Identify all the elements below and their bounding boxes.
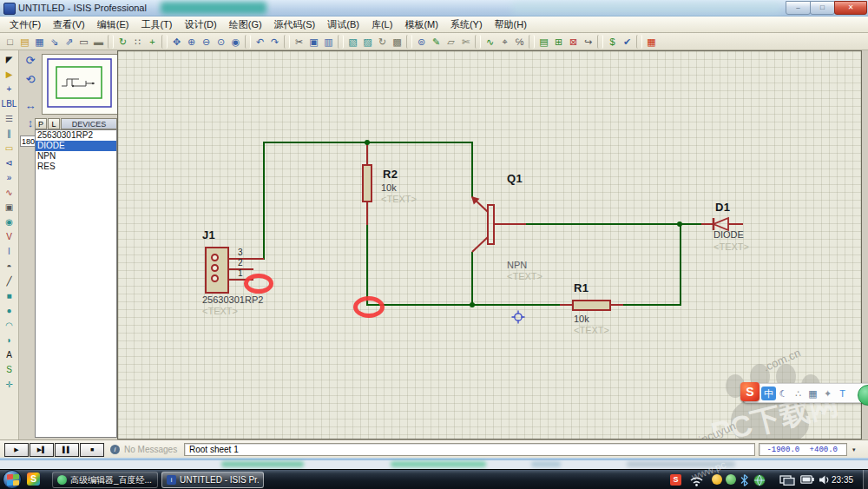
- block-delete-button[interactable]: ▩: [391, 35, 404, 49]
- path-tool-button[interactable]: ◗: [2, 333, 17, 347]
- mark-output-area-button[interactable]: ▬: [92, 35, 105, 49]
- block-copy-button[interactable]: ▧: [346, 35, 359, 49]
- taskbar-task-isis[interactable]: i UNTITLED - ISIS Pr...: [161, 472, 264, 488]
- fuzzy-pinyin-icon[interactable]: ∴: [791, 387, 806, 400]
- separator[interactable]: [161, 35, 168, 49]
- device-pins-mode-button[interactable]: »: [2, 170, 17, 185]
- pan-button[interactable]: ✥: [170, 35, 183, 49]
- copy-button[interactable]: ▣: [307, 35, 320, 49]
- menu-item[interactable]: 绘图(G): [223, 17, 268, 32]
- security-tray-icon[interactable]: [712, 474, 722, 485]
- electrical-check-button[interactable]: ✔: [621, 35, 634, 49]
- pinned-browser-icon[interactable]: S: [27, 472, 40, 486]
- wire[interactable]: [471, 252, 473, 306]
- bill-of-materials-button[interactable]: $: [606, 35, 619, 49]
- pause-button[interactable]: ▌▌: [55, 443, 79, 457]
- menu-item[interactable]: 设计(D): [178, 17, 222, 32]
- design-explorer-button[interactable]: ▤: [537, 35, 550, 49]
- wire[interactable]: [366, 223, 368, 306]
- netlist-to-ares-button[interactable]: ▦: [645, 35, 658, 49]
- wire[interactable]: [524, 223, 701, 225]
- menu-item[interactable]: 文件(F): [3, 17, 47, 32]
- arc-tool-button[interactable]: ◠: [2, 318, 17, 333]
- voltage-probe-mode-button[interactable]: V: [2, 229, 17, 244]
- schematic-canvas[interactable]: PC下载网 .com.cn jncuyun: [117, 50, 862, 439]
- selection-mode-button[interactable]: ◤: [2, 52, 17, 67]
- wire-label-mode-button[interactable]: LBL: [2, 96, 17, 111]
- text-tool-button[interactable]: A: [2, 347, 17, 362]
- menu-item[interactable]: 源代码(S): [268, 17, 322, 32]
- zoom-in-button[interactable]: ⊕: [185, 35, 198, 49]
- current-probe-mode-button[interactable]: I: [2, 244, 17, 259]
- circle-tool-button[interactable]: ●: [2, 303, 17, 318]
- zoom-area-button[interactable]: ◉: [229, 35, 242, 49]
- separator[interactable]: [284, 35, 290, 49]
- export-section-button[interactable]: ⇗: [62, 35, 76, 49]
- zoom-all-button[interactable]: ⊙: [214, 35, 227, 49]
- new-sheet-button[interactable]: ⊞: [552, 35, 565, 49]
- antivirus-tray-icon[interactable]: [726, 474, 736, 485]
- bluetooth-icon[interactable]: [740, 474, 748, 486]
- mirror-horizontal-icon[interactable]: ↔: [22, 99, 39, 113]
- open-file-button[interactable]: ▤: [18, 35, 31, 49]
- tape-recorder-mode-button[interactable]: ▣: [2, 200, 17, 215]
- component-mode-button[interactable]: ▶: [2, 67, 17, 82]
- packaging-tool-button[interactable]: ▱: [444, 35, 457, 49]
- separator[interactable]: [406, 35, 412, 49]
- separator[interactable]: [245, 35, 251, 49]
- menu-item[interactable]: 调试(B): [321, 17, 365, 32]
- paste-button[interactable]: ▥: [322, 35, 335, 49]
- menu-item[interactable]: 模板(M): [398, 17, 444, 32]
- wire[interactable]: [263, 142, 265, 260]
- cut-button[interactable]: ✂: [293, 35, 306, 49]
- menu-item[interactable]: 库(L): [365, 17, 398, 32]
- device-list-item[interactable]: NPN: [36, 151, 116, 162]
- false-origin-button[interactable]: +: [146, 35, 159, 49]
- pick-parts-button[interactable]: P: [35, 118, 47, 129]
- sogou-logo-icon[interactable]: S: [740, 382, 760, 401]
- property-assignment-button[interactable]: ℅: [513, 35, 526, 49]
- undo-button[interactable]: ↶: [253, 35, 266, 49]
- overview-window[interactable]: [42, 54, 118, 115]
- menu-item[interactable]: 帮助(H): [489, 17, 533, 32]
- wire[interactable]: [366, 304, 681, 306]
- remove-sheet-button[interactable]: ⊠: [567, 35, 580, 49]
- device-list-item[interactable]: 25630301RP2: [36, 130, 116, 141]
- zoom-out-button[interactable]: ⊖: [200, 35, 213, 49]
- menu-item[interactable]: 工具(T): [135, 17, 178, 32]
- network-globe-icon[interactable]: [753, 474, 766, 486]
- pick-device-button[interactable]: ⊚: [415, 35, 428, 49]
- toolbox-icon[interactable]: ✦: [820, 387, 835, 400]
- separator[interactable]: [475, 35, 481, 49]
- wire[interactable]: [471, 142, 473, 197]
- separator[interactable]: [636, 35, 642, 49]
- symbol-tool-button[interactable]: S: [2, 362, 17, 377]
- device-list-item[interactable]: DIODE: [36, 141, 116, 151]
- battery-icon[interactable]: [800, 475, 814, 484]
- taskbar-clock[interactable]: 23:35: [832, 475, 865, 485]
- stop-button[interactable]: ■: [80, 443, 104, 457]
- import-section-button[interactable]: ⇘: [48, 35, 61, 49]
- taskbar-task-baidu[interactable]: 高级编辑器_百度经...: [52, 472, 158, 488]
- junction-dot-mode-button[interactable]: +: [2, 82, 17, 96]
- menu-item[interactable]: 系统(Y): [444, 17, 489, 32]
- new-file-button[interactable]: □: [3, 35, 16, 49]
- show-desktop-button[interactable]: [863, 470, 868, 489]
- save-file-button[interactable]: ▦: [33, 35, 46, 49]
- library-button[interactable]: L: [48, 118, 60, 129]
- step-button[interactable]: ▶▌: [30, 443, 54, 457]
- make-device-button[interactable]: ✎: [430, 35, 443, 49]
- redo-button[interactable]: ↷: [268, 35, 281, 49]
- minimize-button[interactable]: –: [786, 1, 811, 15]
- separator[interactable]: [108, 35, 114, 49]
- play-button[interactable]: ▶: [4, 443, 29, 457]
- speaker-icon[interactable]: [819, 474, 830, 486]
- graph-mode-button[interactable]: ∿: [2, 185, 17, 200]
- menu-item[interactable]: 编辑(E): [91, 17, 135, 32]
- soft-keyboard-icon[interactable]: ▦: [806, 387, 820, 400]
- wire[interactable]: [680, 223, 681, 306]
- night-mode-icon[interactable]: ☾: [776, 387, 791, 400]
- text-script-mode-button[interactable]: ☰: [2, 111, 17, 126]
- block-rotate-button[interactable]: ↻: [376, 35, 389, 49]
- start-button[interactable]: [3, 470, 22, 489]
